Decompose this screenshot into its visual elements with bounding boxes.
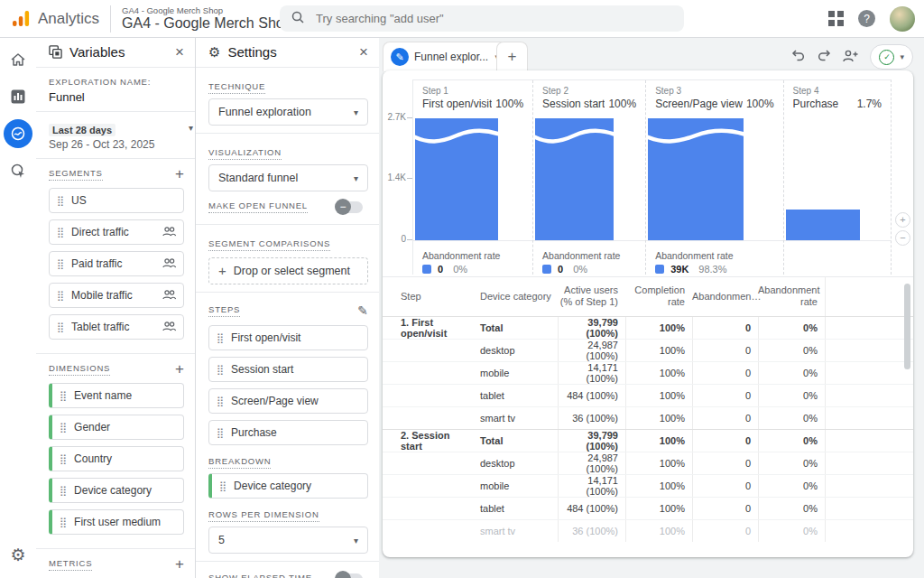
visualization-select[interactable]: Standard funnel ▾ xyxy=(208,164,368,191)
redo-button[interactable] xyxy=(817,49,831,66)
dimension-label: Country xyxy=(74,452,176,465)
property-selector[interactable]: GA4 - Google Merch Shop GA4 - Google Mer… xyxy=(122,5,292,32)
table-row[interactable]: tablet484 (100%)100%00% xyxy=(383,497,913,519)
cell-completion-rate: 100% xyxy=(625,362,692,384)
funnel-bar[interactable] xyxy=(648,118,744,240)
top-app-bar: Analytics GA4 - Google Merch Shop GA4 - … xyxy=(0,0,924,38)
zoom-out-icon[interactable]: − xyxy=(895,230,910,246)
dimensions-section: DIMENSIONS + ⣿Event name⣿Gender⣿Country⣿… xyxy=(36,354,195,549)
funnel-step-item[interactable]: ⣿Session start xyxy=(208,357,368,382)
close-settings-icon[interactable]: × xyxy=(359,43,368,61)
table-row[interactable]: smart tv36 (100%)100%00% xyxy=(383,519,913,542)
close-variables-icon[interactable]: × xyxy=(175,43,184,61)
make-open-funnel-toggle[interactable]: − xyxy=(336,201,363,213)
column-header[interactable]: Step xyxy=(383,291,473,303)
add-dimension-button[interactable]: + xyxy=(175,363,184,376)
dimension-label: First user medium xyxy=(74,516,176,528)
funnel-bar[interactable] xyxy=(535,118,614,240)
plus-icon: + xyxy=(218,265,226,277)
table-row[interactable]: smart tv36 (100%)100%00% xyxy=(383,406,913,429)
saved-status-button[interactable]: ✓ ▾ xyxy=(870,44,913,70)
date-range-selector[interactable]: Last 28 days Sep 26 - Oct 23, 2025 ▾ xyxy=(36,112,195,159)
edit-steps-icon[interactable]: ✎ xyxy=(357,303,368,318)
funnel-step-rate: 100% xyxy=(608,98,636,110)
funnel-step-label: Purchase xyxy=(231,426,360,439)
help-icon[interactable]: ? xyxy=(858,10,875,27)
funnel-bar[interactable] xyxy=(786,210,861,240)
cell-device-category: smart tv xyxy=(473,413,558,424)
segment-item[interactable]: ⣿Direct traffic xyxy=(49,219,184,245)
column-header[interactable]: Abandonmen… xyxy=(692,291,758,303)
cell-abandonments: 0 xyxy=(692,362,758,384)
segment-item[interactable]: ⣿Mobile traffic xyxy=(49,283,184,308)
funnel-step-item[interactable]: ⣿First open/visit xyxy=(208,325,368,350)
cell-device-category: Total xyxy=(473,435,558,446)
table-row[interactable]: 2. Session startTotal39,799 (100%)100%00… xyxy=(383,429,913,452)
funnel-step-item[interactable]: ⣿Screen/Page view xyxy=(208,388,368,414)
add-segment-button[interactable]: + xyxy=(175,168,184,181)
segments-section: SEGMENTS + ⣿US⣿Direct traffic⣿Paid traff… xyxy=(36,159,195,354)
column-header[interactable]: Completionrate xyxy=(625,284,692,308)
cell-abandonments: 0 xyxy=(692,385,758,406)
nav-reports[interactable] xyxy=(4,82,32,111)
column-header[interactable]: Active users(% of Step 1) xyxy=(558,284,625,308)
table-row[interactable]: tablet484 (100%)100%00% xyxy=(383,384,913,406)
apps-grid-icon[interactable] xyxy=(828,11,844,26)
cell-step: 1. First open/visit xyxy=(383,317,473,339)
dimension-item[interactable]: ⣿Country xyxy=(49,446,184,471)
search-icon xyxy=(291,10,305,28)
funnel-bar[interactable] xyxy=(415,118,498,240)
dimension-item[interactable]: ⣿Event name xyxy=(49,383,184,408)
table-row[interactable]: 1. First open/visitTotal39,799 (100%)100… xyxy=(383,317,913,339)
nav-home[interactable] xyxy=(4,45,32,74)
search-input[interactable] xyxy=(314,11,673,26)
table-row[interactable]: desktop24,987 (100%)100%00% xyxy=(383,452,913,474)
show-elapsed-time-toggle[interactable]: − xyxy=(336,573,363,578)
funnel-step-item[interactable]: ⣿Purchase xyxy=(208,420,368,445)
segments-list: ⣿US⣿Direct traffic⣿Paid traffic⣿Mobile t… xyxy=(49,188,184,340)
rows-per-dimension-select[interactable]: 5 ▾ xyxy=(208,527,368,554)
pencil-icon: ✎ xyxy=(391,48,409,66)
cell-active-users: 24,987 (100%) xyxy=(558,452,625,474)
abandonment-swatch xyxy=(422,265,431,274)
column-header[interactable]: Device category xyxy=(473,291,558,303)
add-tab-button[interactable]: + xyxy=(496,42,528,71)
user-avatar[interactable] xyxy=(890,6,915,32)
table-scrollbar[interactable] xyxy=(904,284,910,369)
dimension-item[interactable]: ⣿Gender xyxy=(49,415,184,440)
cell-abandonment-rate: 0% xyxy=(758,317,825,339)
nav-explore[interactable] xyxy=(4,119,32,148)
share-user-button[interactable] xyxy=(842,49,859,66)
table-row[interactable]: mobile14,171 (100%)100%00% xyxy=(383,361,913,384)
analytics-logo[interactable]: Analytics xyxy=(0,9,99,29)
segment-item[interactable]: ⣿Tablet traffic xyxy=(49,314,184,340)
segment-drop-target[interactable]: + Drop or select segment xyxy=(208,257,368,284)
funnel-step-column: Step 1First open/visit100%Abandonment ra… xyxy=(413,80,532,275)
column-header[interactable]: Abandonmentrate xyxy=(758,284,825,308)
table-row[interactable]: mobile14,171 (100%)100%00% xyxy=(383,474,913,497)
header-line1: Completion xyxy=(625,284,685,296)
search-bar[interactable] xyxy=(280,5,684,32)
segment-comparisons-label: SEGMENT COMPARISONS xyxy=(208,238,330,251)
header-line2: rate xyxy=(758,296,818,308)
segment-item[interactable]: ⣿Paid traffic xyxy=(49,251,184,276)
admin-gear-icon[interactable]: ⚙ xyxy=(10,545,25,565)
dimension-item[interactable]: ⣿Device category xyxy=(49,478,184,503)
technique-section: TECHNIQUE Funnel exploration ▾ xyxy=(196,68,379,134)
nav-advertising[interactable] xyxy=(4,156,32,185)
advertising-icon xyxy=(10,163,26,179)
exploration-name-value[interactable]: Funnel xyxy=(49,90,184,104)
dimension-item[interactable]: ⣿First user medium xyxy=(49,509,184,535)
tab-funnel-exploration[interactable]: ✎ Funnel explor... ▾ xyxy=(383,42,507,71)
technique-select[interactable]: Funnel exploration ▾ xyxy=(208,98,368,126)
undo-button[interactable] xyxy=(791,49,806,66)
chevron-down-icon: ▾ xyxy=(354,536,358,545)
add-metric-button[interactable]: + xyxy=(175,558,184,571)
show-elapsed-time-label: SHOW ELAPSED TIME xyxy=(208,573,312,578)
people-icon xyxy=(162,226,176,239)
breakdown-chip[interactable]: ⣿ Device category xyxy=(208,473,368,499)
zoom-in-icon[interactable]: + xyxy=(895,212,910,228)
table-row[interactable]: desktop24,987 (100%)100%00% xyxy=(383,339,913,361)
cell-completion-rate: 100% xyxy=(625,407,692,429)
segment-item[interactable]: ⣿US xyxy=(49,188,184,213)
